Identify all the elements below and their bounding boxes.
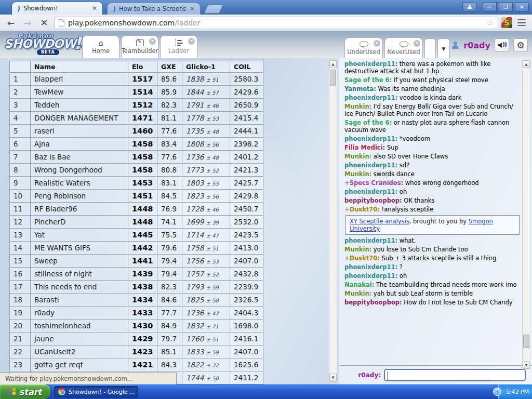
table-row: 2TewMew151485.91844 ± 572429.6 bbox=[10, 86, 263, 99]
tab-ladder[interactable]: ✕ Ladder bbox=[160, 35, 197, 58]
chat-scrollbar[interactable]: ▲ ▼ bbox=[522, 60, 530, 369]
browser-tab-screenshot[interactable]: ) How to Take a Screenshot o ✕ bbox=[107, 3, 201, 15]
chat-username[interactable]: phoenixderp11: bbox=[344, 272, 397, 280]
sound-button[interactable] bbox=[495, 38, 509, 52]
chat-username[interactable]: Specs Cranidos: bbox=[350, 179, 404, 187]
chat-username[interactable]: phoenixderp11: bbox=[344, 60, 397, 68]
cell-elo: 1434 bbox=[128, 294, 157, 307]
tab-neverused[interactable]: ✕ NeverUsed bbox=[384, 37, 423, 58]
chat-username[interactable]: phoenixderp11: bbox=[344, 94, 397, 101]
chat-username[interactable]: Munkin: bbox=[344, 246, 371, 253]
chat-message: phoenixderp11: *voodoom bbox=[344, 135, 521, 142]
chat-username[interactable]: phoenixderp11: bbox=[344, 263, 397, 271]
table-row: 18Barasti143484.61825 ± 582326.5 bbox=[10, 294, 263, 307]
chat-username[interactable]: Munkin: bbox=[344, 103, 371, 110]
cell-rank: 9 bbox=[10, 177, 31, 190]
scrollbar-thumb[interactable] bbox=[330, 70, 336, 86]
scrollbar-thumb[interactable] bbox=[523, 335, 529, 348]
back-button[interactable]: ← bbox=[4, 18, 18, 28]
cell-coil: 2423.5 bbox=[230, 229, 263, 242]
chat-username-label: r0ady: bbox=[339, 371, 384, 379]
chat-message: phoenixderp11: sd? bbox=[344, 162, 521, 169]
chat-username[interactable]: Filia Medici: bbox=[344, 144, 385, 151]
tab-close-icon[interactable]: ✕ bbox=[189, 5, 196, 12]
cell-elo: 1458 bbox=[128, 138, 157, 151]
cell-coil: 2421.3 bbox=[230, 164, 263, 177]
scroll-down-icon[interactable]: ▼ bbox=[329, 374, 337, 381]
profile-button[interactable] bbox=[462, 2, 476, 11]
current-username[interactable]: r0ady bbox=[463, 41, 490, 50]
cell-coil: 2411.2 bbox=[230, 371, 263, 384]
cell-rank: 10 bbox=[10, 190, 31, 203]
browser-tab-showdown[interactable]: ) Showdown! ✕ bbox=[11, 2, 103, 15]
cell-gxe: 77.6 bbox=[157, 151, 182, 164]
chat-username[interactable]: phoenixderp11: bbox=[344, 162, 397, 169]
forward-button[interactable]: → bbox=[21, 18, 34, 28]
chat-messages: phoenixderp11: there was a pokemon with … bbox=[339, 58, 523, 365]
settings-button[interactable]: ⚙ bbox=[513, 38, 528, 52]
chat-username[interactable]: Sage of the 6: bbox=[344, 119, 392, 126]
menu-button[interactable] bbox=[515, 19, 528, 26]
chat-username[interactable]: phoenixderp11: bbox=[344, 237, 397, 244]
close-room-icon[interactable]: ✕ bbox=[374, 40, 380, 47]
chat-username[interactable]: Munkin: bbox=[344, 153, 371, 160]
tab-home[interactable]: ⌂ Home bbox=[82, 35, 119, 58]
close-button[interactable]: ✕ bbox=[515, 2, 529, 11]
chat-message: Nanakai: The teambuilding thread needs m… bbox=[344, 281, 521, 288]
start-button[interactable]: start bbox=[0, 384, 50, 399]
tab-partial[interactable] bbox=[424, 38, 436, 58]
tab-favicon: ) bbox=[112, 5, 116, 13]
extension-button[interactable]: S bbox=[501, 17, 512, 28]
tab-underused[interactable]: ✕ UnderUsed bbox=[344, 37, 383, 58]
address-bar[interactable]: play.pokemonshowdown.com/ladder ☆ bbox=[54, 17, 498, 29]
scroll-up-icon[interactable]: ▲ bbox=[329, 60, 337, 68]
chat-username[interactable]: phoenixderp11: bbox=[344, 135, 397, 142]
bookmark-star-icon[interactable]: ☆ bbox=[486, 18, 494, 28]
cell-coil: 2450.7 bbox=[230, 203, 263, 216]
user-icon bbox=[451, 42, 459, 49]
tray-collapse-icon[interactable]: ‹ bbox=[493, 388, 501, 396]
cell-name: stillness of night bbox=[31, 268, 128, 281]
chat-message: phoenixderp11: oh bbox=[344, 188, 521, 195]
tab-close-icon[interactable]: ✕ bbox=[91, 5, 98, 12]
cell-rank: 11 bbox=[10, 203, 31, 216]
cell-rank: 13 bbox=[10, 229, 31, 242]
stop-button[interactable]: ✕ bbox=[37, 17, 51, 28]
close-room-icon[interactable]: ✕ bbox=[414, 40, 420, 47]
new-tab-button[interactable] bbox=[204, 5, 223, 14]
analysis-link[interactable]: XY Sceptile analysis bbox=[350, 218, 409, 225]
cell-rank: 19 bbox=[10, 307, 31, 320]
cell-name: ME WANTS GIFS bbox=[31, 242, 128, 255]
chat-username[interactable]: Yanmeta: bbox=[344, 85, 376, 92]
chat-username[interactable]: phoenixderp11: bbox=[344, 188, 397, 195]
ladder-scrollbar[interactable]: ▲ ▼ bbox=[329, 60, 337, 382]
chat-username[interactable]: Munkin: bbox=[344, 170, 371, 178]
scroll-down-icon[interactable]: ▼ bbox=[523, 361, 530, 369]
tab-teambuilder[interactable]: ✕ Teambuilder bbox=[121, 35, 158, 58]
chat-username[interactable]: beppityboopbop: bbox=[344, 299, 402, 306]
cell-rank: 21 bbox=[10, 332, 31, 345]
room-dropdown-button[interactable]: ▼ bbox=[437, 38, 450, 58]
chat-username[interactable]: Munkin: bbox=[344, 290, 371, 297]
close-tab-icon[interactable]: ✕ bbox=[188, 38, 195, 45]
chat-message: phoenixderp11: there was a pokemon with … bbox=[344, 60, 521, 75]
chat-username[interactable]: Sage of the 6: bbox=[344, 76, 392, 84]
close-tab-icon[interactable]: ✕ bbox=[149, 38, 156, 45]
url-text: play.pokemonshowdown.com/ladder bbox=[68, 19, 200, 27]
chat-username[interactable]: Nanakai: bbox=[344, 281, 374, 288]
cell-coil: 2401.2 bbox=[230, 151, 263, 164]
chat-input[interactable] bbox=[384, 369, 526, 381]
cell-gxe: 84.5 bbox=[157, 190, 182, 203]
person-icon bbox=[468, 5, 472, 9]
chat-bubble-icon bbox=[360, 41, 368, 47]
taskbar-task-button[interactable]: Showdown! - Google ... bbox=[54, 386, 138, 397]
gear-icon: ⚙ bbox=[516, 41, 524, 50]
ps-room-tabs: ✕ UnderUsed ✕ NeverUsed ▼ bbox=[344, 37, 450, 58]
cell-gxe: 83.4 bbox=[157, 138, 182, 151]
chat-username[interactable]: beppityboopbop: bbox=[344, 197, 402, 204]
restore-button[interactable]: ❐ bbox=[499, 2, 513, 11]
chat-username[interactable]: Duskt70: bbox=[350, 206, 380, 213]
minimize-button[interactable]: — bbox=[483, 2, 497, 11]
chat-username[interactable]: Duskt70: bbox=[350, 255, 380, 262]
scroll-up-icon[interactable]: ▲ bbox=[523, 60, 530, 68]
